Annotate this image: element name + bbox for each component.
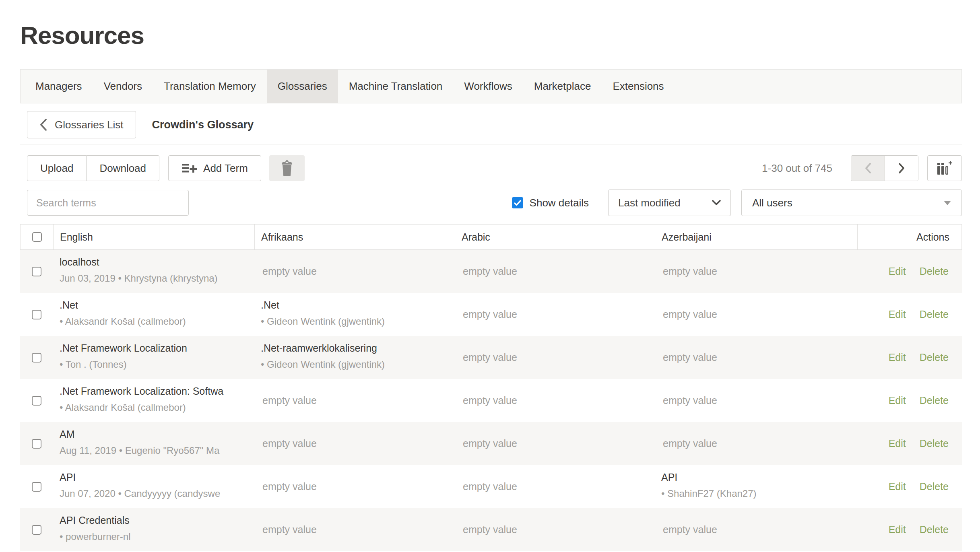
delete-selected-button[interactable] [269,155,305,181]
tab-vendors[interactable]: Vendors [93,70,153,103]
page-title: Resources [20,0,962,49]
breadcrumb: Glossaries List Crowdin's Glossary [20,111,962,144]
filter-row: Show details Last modified All users [20,189,962,216]
edit-link[interactable]: Edit [889,352,906,363]
next-page-button[interactable] [885,156,918,181]
table-row: API Credentials • powerburner-nl empty v… [20,508,962,551]
caret-down-icon [944,201,951,205]
cell-english: .Net Framework Localization: Softwa • Al… [53,379,254,422]
term-meta: Aug 11, 2019 • Eugenio "Ryo567" Ma [60,445,249,456]
edit-link[interactable]: Edit [889,524,906,536]
cell-afrikaans: empty value [254,508,455,551]
search-input[interactable] [27,190,189,216]
tab-translation-memory[interactable]: Translation Memory [153,70,267,103]
previous-page-button[interactable] [851,156,885,181]
column-header-azerbaijani: Azerbaijani [655,225,858,249]
upload-button[interactable]: Upload [27,155,87,181]
chevron-down-icon [712,200,721,206]
row-checkbox[interactable] [32,267,41,276]
term-text: .Net [60,299,249,311]
chevron-left-icon [39,118,47,131]
cell-afrikaans: .Net • Gideon Wentink (gjwentink) [254,293,455,336]
delete-link[interactable]: Delete [920,438,949,449]
sort-select-value: Last modified [618,197,681,209]
delete-link[interactable]: Delete [920,395,949,406]
tab-marketplace[interactable]: Marketplace [523,70,602,103]
row-checkbox[interactable] [32,525,41,535]
sort-select[interactable]: Last modified [608,189,731,216]
term-meta: • Alaksandr Košal (callmebor) [60,316,249,327]
tab-glossaries[interactable]: Glossaries [267,70,338,103]
delete-link[interactable]: Delete [920,309,949,320]
table-row: .Net Framework Localization: Softwa • Al… [20,379,962,422]
tab-workflows[interactable]: Workflows [453,70,523,103]
cell-azerbaijani: API • ShahinF27 (Khan27) [655,465,857,508]
table-row: AM Aug 11, 2019 • Eugenio "Ryo567" Ma em… [20,422,962,465]
tab-extensions[interactable]: Extensions [602,70,675,103]
chevron-right-icon [898,163,905,174]
glossaries-list-back-button[interactable]: Glossaries List [27,111,136,138]
add-term-button[interactable]: Add Term [168,155,261,181]
term-meta: • powerburner-nl [60,531,249,542]
term-meta: Jun 07, 2020 • Candyyyyy (candyswe [60,488,249,499]
term-text: .Net Framework Localization [60,342,249,354]
checkmark-icon [514,200,521,206]
delete-link[interactable]: Delete [920,481,949,492]
cell-azerbaijani: empty value [655,508,857,551]
pagination-range-text: 1-30 out of 745 [762,162,832,175]
cell-english: localhost Jun 03, 2019 • Khrystyna (khry… [53,250,254,293]
term-text: API [661,472,852,483]
pagination-area: 1-30 out of 745 [762,155,962,181]
edit-link[interactable]: Edit [889,395,906,406]
term-text: .Net Framework Localization: Softwa [60,385,249,397]
row-checkbox[interactable] [32,482,41,492]
glossary-table: English Afrikaans Arabic Azerbaijani Act… [20,224,962,551]
table-row: API Jun 07, 2020 • Candyyyyy (candyswe e… [20,465,962,508]
delete-link[interactable]: Delete [920,266,949,277]
tab-machine-translation[interactable]: Machine Translation [338,70,454,103]
column-header-arabic: Arabic [455,225,655,249]
upload-download-group: Upload Download [27,155,159,181]
trash-icon [280,160,294,176]
column-header-afrikaans: Afrikaans [255,225,455,249]
tab-managers[interactable]: Managers [25,70,93,103]
users-filter-select[interactable]: All users [741,189,962,216]
show-details-toggle[interactable]: Show details [512,197,589,209]
cell-english: .Net • Alaksandr Košal (callmebor) [53,293,254,336]
cell-azerbaijani: empty value [655,336,857,379]
back-button-label: Glossaries List [55,119,124,131]
cell-english: .Net Framework Localization • Ton . (Ton… [53,336,254,379]
cell-arabic: empty value [455,293,655,336]
row-checkbox[interactable] [32,310,41,319]
cell-actions: Edit Delete [857,336,962,379]
column-header-actions: Actions [858,225,962,249]
delete-link[interactable]: Delete [920,352,949,363]
cell-azerbaijani: empty value [655,293,857,336]
row-checkbox[interactable] [32,439,41,449]
row-checkbox[interactable] [32,396,41,406]
cell-azerbaijani: empty value [655,379,857,422]
edit-link[interactable]: Edit [889,481,906,492]
term-meta: Jun 03, 2019 • Khrystyna (khrystyna) [60,273,249,284]
cell-actions: Edit Delete [857,250,962,293]
cell-arabic: empty value [455,379,655,422]
show-details-checkbox[interactable] [512,197,523,208]
edit-link[interactable]: Edit [889,309,906,320]
cell-actions: Edit Delete [857,379,962,422]
column-header-english: English [54,225,255,249]
edit-link[interactable]: Edit [889,266,906,277]
term-meta: • ShahinF27 (Khan27) [661,488,852,499]
users-filter-value: All users [752,197,792,209]
cell-actions: Edit Delete [857,422,962,465]
select-all-checkbox[interactable] [32,232,42,242]
term-meta: • Gideon Wentink (gjwentink) [261,316,449,327]
row-checkbox[interactable] [32,353,41,363]
download-button-label: Download [99,162,146,175]
delete-link[interactable]: Delete [920,524,949,536]
term-text: AM [60,428,249,440]
table-row: .Net • Alaksandr Košal (callmebor) .Net … [20,293,962,336]
download-button[interactable]: Download [87,155,159,181]
manage-columns-button[interactable] [927,155,962,181]
edit-link[interactable]: Edit [889,438,906,449]
cell-arabic: empty value [455,250,655,293]
